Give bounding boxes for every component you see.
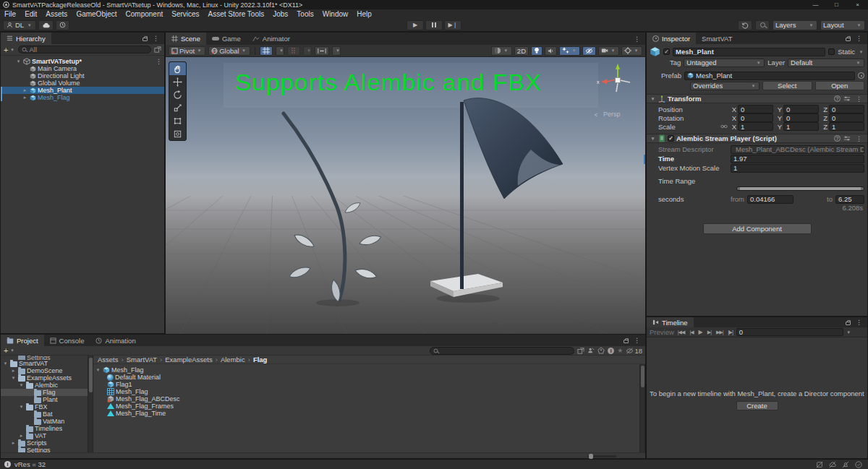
minimize-button[interactable]: — xyxy=(805,0,826,9)
move-snap-options[interactable] xyxy=(332,46,341,56)
scene-audio-toggle[interactable] xyxy=(545,46,557,56)
crumb-smartvat[interactable]: SmartVAT xyxy=(127,356,157,363)
layer-dropdown[interactable]: Default xyxy=(788,59,864,67)
vertex-motion-scale-field[interactable]: 1 xyxy=(731,164,864,173)
panel-menu-icon[interactable] xyxy=(150,35,161,42)
tree-scrollbar[interactable] xyxy=(88,356,93,452)
crumb-exampleassets[interactable]: ExampleAssets xyxy=(165,356,212,363)
object-name-field[interactable]: Mesh_Plant xyxy=(673,48,825,56)
crumb-alembic[interactable]: Alembic xyxy=(221,356,245,363)
move-tool-button[interactable] xyxy=(169,75,186,88)
add-component-button[interactable]: Add Component xyxy=(703,223,812,234)
hierarchy-item-directional-light[interactable]: Directional Light xyxy=(1,72,164,79)
tree-item-timelines[interactable]: Timelines xyxy=(1,425,88,432)
scene-tab[interactable]: Scene xyxy=(166,33,206,45)
tree-item-bat[interactable]: Bat xyxy=(1,410,88,418)
menu-jobs[interactable]: Jobs xyxy=(268,10,292,18)
crumb-flag[interactable]: Flag xyxy=(253,356,268,363)
position-x-field[interactable]: 0 xyxy=(738,105,773,113)
object-picker-icon[interactable] xyxy=(858,72,864,79)
active-checkbox[interactable] xyxy=(663,48,670,55)
foldout-arrow-icon[interactable] xyxy=(95,367,101,373)
scale-y-field[interactable]: 1 xyxy=(783,122,819,131)
pause-button[interactable] xyxy=(425,20,443,30)
cloud-button[interactable] xyxy=(38,20,54,30)
project-tab[interactable]: Project xyxy=(1,335,44,346)
layout-dropdown[interactable]: Layout xyxy=(820,20,865,30)
menu-help[interactable]: Help xyxy=(352,10,376,18)
tree-item-demoscene[interactable]: DemoScene xyxy=(1,367,88,374)
hierarchy-tab[interactable]: Hierarchy xyxy=(1,33,51,44)
menu-edit[interactable]: Edit xyxy=(20,10,41,18)
panel-menu-icon[interactable] xyxy=(854,319,864,326)
undo-redo-button[interactable] xyxy=(738,20,752,30)
foldout-arrow-icon[interactable] xyxy=(10,368,17,374)
play-button[interactable]: ▶ xyxy=(407,20,424,30)
collab-disabled-icon[interactable] xyxy=(829,461,836,468)
foldout-arrow-icon[interactable] xyxy=(650,136,656,142)
panel-menu-icon[interactable] xyxy=(631,35,642,43)
hand-tool-button[interactable] xyxy=(169,62,186,75)
rotation-x-field[interactable]: 0 xyxy=(738,113,773,122)
status-message[interactable]: vRes = 32 xyxy=(14,460,46,468)
prefab-select-button[interactable]: Select xyxy=(762,81,812,90)
create-object-button[interactable]: + xyxy=(4,46,15,54)
scene-lighting-toggle[interactable] xyxy=(531,46,542,56)
step-button[interactable]: ▶❘ xyxy=(444,20,461,30)
animator-tab[interactable]: Animator xyxy=(247,33,296,45)
tree-item-scripts[interactable]: Scripts xyxy=(1,439,88,447)
draw-mode-dropdown[interactable] xyxy=(491,46,512,56)
grid-snap-options[interactable] xyxy=(276,46,284,56)
menu-services[interactable]: Services xyxy=(167,10,203,18)
panel-menu-icon[interactable] xyxy=(631,337,642,344)
hierarchy-item-global-volume[interactable]: Global Volume xyxy=(1,79,164,87)
rotation-z-field[interactable]: 0 xyxy=(829,113,864,122)
lock-icon[interactable] xyxy=(846,38,851,41)
prefab-object-field[interactable]: Mesh_Plant xyxy=(684,72,855,80)
asset-mesh-flag-time[interactable]: Mesh_Flag_Time xyxy=(93,410,639,417)
handle-space-toggle[interactable]: Global xyxy=(208,46,250,56)
search-button[interactable] xyxy=(755,20,770,30)
menu-component[interactable]: Component xyxy=(122,10,168,18)
lock-icon[interactable] xyxy=(142,38,148,41)
background-tasks-icon[interactable] xyxy=(855,461,862,468)
search-by-label-icon[interactable] xyxy=(597,347,605,354)
hierarchy-search-input[interactable]: All xyxy=(18,46,151,53)
scene-effects-toggle[interactable] xyxy=(559,46,580,56)
asset-mesh-flag-frames[interactable]: Mesh_Flag_Frames xyxy=(93,403,639,410)
goto-end-button[interactable]: ▶▶| xyxy=(715,330,725,335)
foldout-arrow-icon[interactable] xyxy=(22,87,28,93)
notifications-muted-icon[interactable] xyxy=(842,461,849,468)
tree-item-fbx[interactable]: FBX xyxy=(1,403,88,410)
static-options-icon[interactable] xyxy=(858,49,864,55)
foldout-arrow-icon[interactable] xyxy=(15,59,22,64)
tree-item-plant[interactable]: Plant xyxy=(1,396,88,403)
transform-tool-button[interactable] xyxy=(169,127,186,140)
game-tab[interactable]: Game xyxy=(206,33,247,45)
time-range-from-field[interactable]: 0.04166 xyxy=(747,195,793,204)
undo-history-button[interactable] xyxy=(56,20,69,30)
search-by-type-icon[interactable] xyxy=(587,347,595,354)
tree-item-vat[interactable]: VAT xyxy=(1,432,88,439)
tree-item-clipped[interactable]: Settings xyxy=(1,356,88,360)
next-frame-button[interactable]: ▶| xyxy=(706,330,712,335)
tree-item-exampleassets[interactable]: ExampleAssets xyxy=(1,374,88,382)
tree-item-alembic[interactable]: Alembic xyxy=(1,382,88,389)
tree-item-flag[interactable]: Flag xyxy=(1,389,88,396)
foldout-arrow-icon[interactable] xyxy=(18,382,25,388)
help-icon[interactable] xyxy=(834,95,841,102)
menu-asset-store-tools[interactable]: Asset Store Tools xyxy=(204,10,269,18)
foldout-arrow-icon[interactable] xyxy=(10,375,17,381)
scene-root-row[interactable]: SmartVATsetup* xyxy=(1,58,164,65)
layers-dropdown[interactable]: Layers xyxy=(773,20,817,30)
time-field[interactable]: 1.97 xyxy=(731,155,864,163)
help-icon[interactable] xyxy=(834,135,841,142)
position-z-field[interactable]: 0 xyxy=(829,105,864,113)
close-button[interactable]: × xyxy=(847,0,868,9)
console-message-icon[interactable] xyxy=(4,461,11,468)
tag-dropdown[interactable]: Untagged xyxy=(684,59,765,67)
component-menu-icon[interactable] xyxy=(854,135,864,142)
scale-x-field[interactable]: 1 xyxy=(738,122,773,131)
position-y-field[interactable]: 0 xyxy=(783,105,819,113)
asset-mesh-flag-root[interactable]: Mesh_Flag xyxy=(93,366,639,374)
